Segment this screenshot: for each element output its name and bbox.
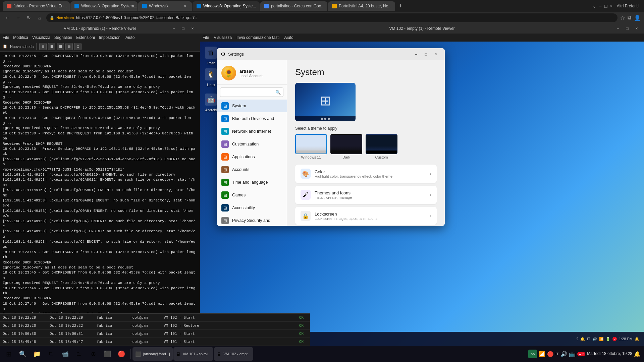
app-taskbar-button[interactable]: ⬛ xyxy=(101,347,114,361)
user-profile[interactable]: 🌻 artisan Local Account xyxy=(217,62,287,85)
search-taskbar-button[interactable]: 🔍 xyxy=(16,347,30,361)
settings-maximize-btn[interactable]: □ xyxy=(421,50,431,59)
toolbar-btn2[interactable]: ☰ xyxy=(48,43,55,50)
log-row-3[interactable]: Oct 18 19:06:30 Oct 18 19:06:31 fabrica … xyxy=(0,330,310,338)
theme-option-custom[interactable]: Custom xyxy=(366,134,397,159)
tab-windowsfx1[interactable]: Windowsfx Operating System... × xyxy=(70,1,138,11)
vm101-minimize[interactable]: − xyxy=(170,25,178,32)
running-app-terminal[interactable]: ⬛ [artisan@fabri...] xyxy=(132,347,173,361)
color-card-row[interactable]: 🎨 Color Highlight color, transparency ef… xyxy=(295,165,437,183)
vm102-tray-bell[interactable]: 🔔 xyxy=(635,337,639,341)
folder-taskbar-button[interactable]: 🗂 xyxy=(72,347,86,361)
menu-segnalibri[interactable]: Segnalibri xyxy=(54,35,72,40)
new-tab-icon[interactable]: 📋 xyxy=(3,44,7,49)
log-row-4[interactable]: Oct 18 18:49:46 Oct 18 18:49:47 fabrica … xyxy=(0,338,310,346)
running-app-vm102[interactable]: 🖥 VM 102 - empt... xyxy=(214,347,253,361)
running-app-vm101[interactable]: 🖥 VM 101 - spiral... xyxy=(173,347,213,361)
nav-item-accounts[interactable]: ⊞ Accounts xyxy=(217,163,287,176)
menu-estensioni[interactable]: Estensioni xyxy=(76,35,95,40)
vm101-maximize[interactable]: □ xyxy=(179,25,187,32)
files-taskbar-button[interactable]: 📁 xyxy=(30,347,44,361)
menu-aiuto[interactable]: Aiuto xyxy=(125,35,135,40)
log-row-2[interactable]: Oct 18 19:22:20 Oct 18 19:22:22 fabrica … xyxy=(0,322,310,330)
nav-item-privacy[interactable]: ⊞ Privacy Security and xyxy=(217,214,287,226)
toolbar-btn4[interactable]: ⊟ xyxy=(65,43,73,50)
tray-network-icon[interactable]: 📶 xyxy=(539,351,545,357)
new-tab-button[interactable]: + xyxy=(396,1,405,11)
altri-preferiti[interactable]: Altri Preferiti xyxy=(617,4,639,8)
themes-icons-card-row[interactable]: 🖌 Themes and Icons Install, create, mana… xyxy=(295,186,437,204)
nav-item-time[interactable]: ⊞ Time and language xyxy=(217,176,287,189)
menu-modifica[interactable]: Modifica xyxy=(13,35,28,40)
vm102-maximize[interactable]: □ xyxy=(623,25,631,32)
tab-close-5[interactable]: × xyxy=(326,3,327,9)
settings-minimize-btn[interactable]: − xyxy=(411,50,421,59)
nav-item-games[interactable]: ⊞ Games xyxy=(217,189,287,201)
tray-notifications[interactable]: ▲ 2 xyxy=(577,352,585,356)
vm102-menu-visualizza[interactable]: Visualizza xyxy=(214,35,232,40)
home-button[interactable]: ⌂ xyxy=(36,15,44,20)
toolbar-btn1[interactable]: ⊞ xyxy=(39,43,47,50)
tray-volume-icon[interactable]: 🔊 xyxy=(560,351,567,357)
meet-taskbar-button[interactable]: 📹 xyxy=(58,347,72,361)
start-button[interactable]: ⊞ xyxy=(2,347,15,361)
url-bar[interactable]: 🔒 Non sicuro https://127.0.0.1:8006/#v1.… xyxy=(46,13,618,22)
tab-close-1[interactable]: × xyxy=(69,3,70,9)
tab-close-3[interactable]: × xyxy=(182,3,188,9)
maximize-browser[interactable]: □ xyxy=(604,3,607,9)
tray-bell-icon[interactable]: 🔔 xyxy=(634,351,641,357)
profile-icon[interactable]: 👤 xyxy=(634,15,641,21)
settings-search-input[interactable] xyxy=(223,89,273,95)
theme-option-light[interactable]: Windows 11 xyxy=(295,134,327,159)
vm102-menu-file[interactable]: File xyxy=(203,35,209,40)
bookmark-icon[interactable]: ☆ xyxy=(620,15,625,21)
tab-close-4[interactable]: × xyxy=(258,3,260,9)
menu-impostazioni[interactable]: Impostazioni xyxy=(99,35,121,40)
toolbar-btn5[interactable]: ⊡ xyxy=(74,43,82,50)
nav-item-customization[interactable]: ⊞ Customization xyxy=(217,138,287,150)
tab-portalistino[interactable]: Portalistini A4, 20 buste, Ne... × xyxy=(328,1,395,11)
nav-item-accessibility[interactable]: ⊞ Accessibility xyxy=(217,201,287,214)
desktop-icon-android[interactable]: 🤖 Android xyxy=(205,94,217,112)
edge-taskbar-button[interactable]: ⊕ xyxy=(87,347,100,361)
menu-visualizza[interactable]: Visualizza xyxy=(32,35,50,40)
tray-app1-icon[interactable]: 🔴 xyxy=(547,351,554,357)
forward-button[interactable]: → xyxy=(14,15,22,20)
nav-item-network[interactable]: ⊞ Network and Internet xyxy=(217,125,287,138)
tab-close-6[interactable]: × xyxy=(393,3,395,9)
minimize-browser[interactable]: − xyxy=(599,3,602,9)
lockscreen-card-row[interactable]: 🔒 Lockscreen Lock screen images, apps, a… xyxy=(295,207,437,225)
vm102-menu-invia[interactable]: Invia combinazione tasti xyxy=(236,35,279,40)
nav-item-system[interactable]: ⊞ System xyxy=(217,100,287,112)
reload-button[interactable]: ↻ xyxy=(25,15,33,20)
tray-display-icon[interactable]: 📺 xyxy=(569,351,576,357)
desktop-icon-trash[interactable]: 🗑 Trash xyxy=(205,47,217,65)
new-tab-label[interactable]: Nuova scheda xyxy=(10,45,34,49)
tab-windowsfx2[interactable]: Windowsfx × xyxy=(138,1,192,11)
vm102-menu-aiuto[interactable]: Aiuto xyxy=(284,35,293,40)
log-row-1[interactable]: Oct 18 19:22:29 Oct 18 19:22:29 fabrica … xyxy=(0,314,310,322)
nav-item-bluetooth[interactable]: ⊞ Bluetooth Devices and xyxy=(217,112,287,125)
app2-taskbar-button[interactable]: 🔴 xyxy=(115,347,128,361)
theme-option-dark[interactable]: Dark xyxy=(330,134,362,159)
vm102-minimize[interactable]: − xyxy=(614,25,622,32)
tray-hp-icon[interactable]: hp xyxy=(528,350,537,358)
system-clock[interactable]: Martedì 18 ottobre, 19:28 xyxy=(587,351,632,357)
tray-badge-group[interactable]: IT xyxy=(555,352,559,356)
vm101-close[interactable]: × xyxy=(189,25,197,32)
snap-taskbar-button[interactable]: ⧉ xyxy=(44,347,58,361)
settings-close-btn[interactable]: × xyxy=(431,50,441,59)
tab-google[interactable]: portalistino - Cerca con Goo... × xyxy=(260,1,327,11)
toolbar-btn3[interactable]: ☰ xyxy=(57,43,64,50)
nav-item-applications[interactable]: ⊞ Applications xyxy=(217,150,287,163)
tab-list-button[interactable]: ⌄ xyxy=(592,3,596,9)
extensions-icon[interactable]: ⧉ xyxy=(628,15,631,21)
settings-search-box[interactable]: 🔍 xyxy=(220,87,283,97)
vm102-tray-help[interactable]: ? xyxy=(576,337,578,341)
desktop-icon-linux[interactable]: 🐧 Linux xyxy=(205,68,217,87)
tab-fabrica[interactable]: fabrica - Proxmox Virtual En... × xyxy=(3,1,70,11)
close-browser[interactable]: × xyxy=(610,3,612,9)
back-button[interactable]: ← xyxy=(3,15,11,20)
vm102-close[interactable]: × xyxy=(633,25,641,32)
menu-file[interactable]: File xyxy=(3,35,9,40)
